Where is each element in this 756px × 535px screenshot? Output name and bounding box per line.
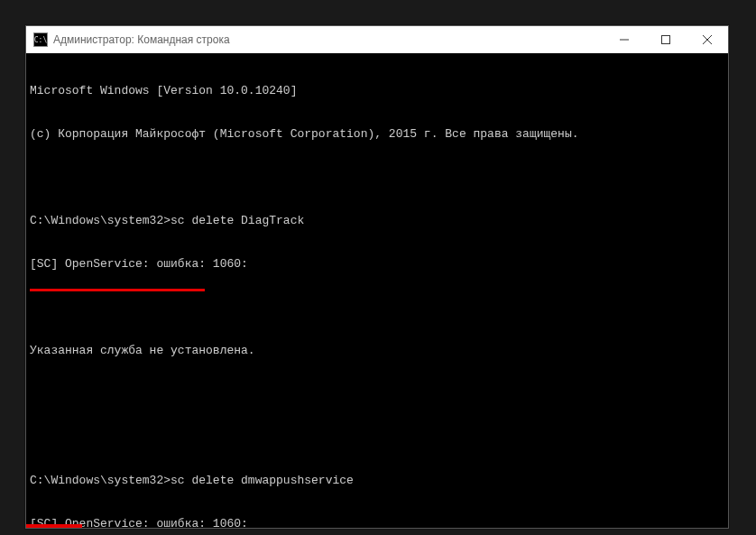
console-line xyxy=(30,430,724,445)
maximize-button[interactable] xyxy=(645,26,687,53)
command-prompt-window: C:\ Администратор: Командная строка Micr… xyxy=(25,25,729,529)
console-line: [SC] OpenService: ошибка: 1060: xyxy=(30,257,724,272)
highlight-bottom xyxy=(26,524,82,528)
console-line: Указанная служба не установлена. xyxy=(30,344,724,358)
cmd-icon: C:\ xyxy=(33,32,48,47)
console-output[interactable]: Microsoft Windows [Version 10.0.10240] (… xyxy=(26,53,728,528)
window-title: Администратор: Командная строка xyxy=(53,33,230,46)
console-line: C:\Windows\system32>sc delete dmwappushs… xyxy=(30,474,724,488)
highlight-underline xyxy=(30,289,205,291)
console-line: Microsoft Windows [Version 10.0.10240] xyxy=(30,84,724,98)
titlebar[interactable]: C:\ Администратор: Командная строка xyxy=(26,26,728,53)
close-button[interactable] xyxy=(687,26,728,53)
console-line: (c) Корпорация Майкрософт (Microsoft Cor… xyxy=(30,127,724,142)
svg-rect-1 xyxy=(662,36,670,44)
console-line xyxy=(30,300,724,315)
console-line xyxy=(30,387,724,401)
console-line xyxy=(30,171,724,185)
console-line: C:\Windows\system32>sc delete DiagTrack xyxy=(30,214,724,228)
minimize-button[interactable] xyxy=(604,26,645,53)
window-controls xyxy=(604,26,728,53)
console-line: [SC] OpenService: ошибка: 1060: xyxy=(30,517,724,528)
